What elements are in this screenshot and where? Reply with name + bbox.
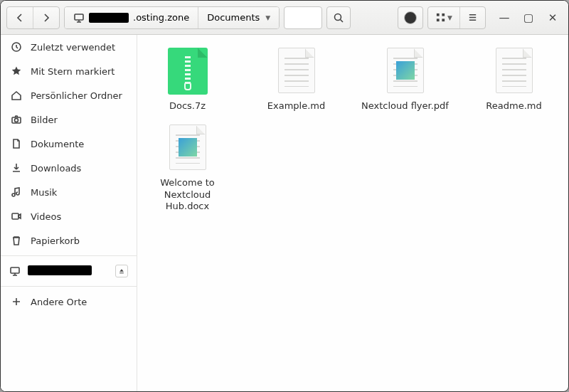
video-icon [11, 211, 22, 222]
trash-icon [11, 235, 22, 246]
file-item[interactable]: Welcome to Nextcloud Hub.docx [143, 125, 232, 212]
star-icon [11, 65, 22, 77]
sidebar-item-label: Papierkorb [31, 235, 80, 246]
minimize-button[interactable]: — [499, 11, 510, 24]
grid-icon [435, 12, 446, 23]
network-drive-icon [9, 265, 21, 277]
record-indicator[interactable] [398, 6, 423, 29]
maximize-button[interactable]: ▢ [523, 11, 534, 24]
redacted-host-prefix [89, 13, 129, 23]
sidebar-item-label: Downloads [31, 163, 81, 174]
sidebar-item-documents[interactable]: Dokumente [1, 132, 137, 156]
forward-button[interactable] [33, 7, 59, 28]
search-input[interactable] [284, 6, 322, 29]
sidebar-item-label: Andere Orte [31, 297, 87, 307]
view-switcher: ▼ [427, 6, 486, 29]
sidebar-mounted-drive[interactable] [1, 259, 137, 283]
back-button[interactable] [7, 7, 33, 28]
sidebar-other-locations[interactable]: Andere Orte [1, 290, 137, 314]
chevron-down-icon: ▼ [265, 14, 270, 21]
path-host-suffix: .osting.zone [133, 12, 189, 23]
pdf-file-icon [383, 48, 427, 96]
download-icon [11, 162, 22, 174]
file-name: Readme.md [486, 100, 541, 112]
sidebar-separator [1, 286, 137, 287]
sidebar-item-pictures[interactable]: Bilder [1, 107, 137, 132]
path-bar: .osting.zone Documents ▼ [64, 6, 280, 29]
sidebar-item-starred[interactable]: Mit Stern markiert [1, 59, 137, 83]
chevron-down-icon: ▼ [447, 14, 452, 21]
sidebar-separator [1, 255, 137, 256]
sidebar-item-videos[interactable]: Videos [1, 204, 137, 228]
sidebar-item-label: Mit Stern markiert [31, 66, 115, 77]
svg-rect-3 [442, 14, 445, 16]
file-name: Docs.7z [169, 100, 206, 112]
sidebar-item-recent[interactable]: Zuletzt verwendet [1, 35, 137, 59]
sidebar-item-label: Videos [31, 211, 61, 222]
document-icon [11, 138, 22, 149]
sidebar-item-label: Zuletzt verwendet [31, 42, 115, 53]
sidebar-item-label: Musik [31, 187, 57, 198]
sidebar-item-label: Bilder [31, 115, 58, 125]
record-icon [404, 11, 417, 24]
eject-button[interactable] [115, 265, 128, 277]
clock-icon [11, 41, 22, 53]
music-icon [11, 186, 22, 198]
path-folder[interactable]: Documents ▼ [198, 7, 279, 28]
document-file-icon [166, 125, 210, 173]
svg-rect-2 [437, 14, 440, 16]
file-manager-window: .osting.zone Documents ▼ ▼ — [0, 0, 569, 392]
svg-rect-10 [11, 267, 19, 273]
file-item[interactable]: Example.md [252, 48, 341, 112]
camera-icon [11, 114, 22, 125]
redacted-mount-label [28, 265, 92, 275]
svg-rect-9 [12, 213, 18, 219]
sidebar-item-downloads[interactable]: Downloads [1, 156, 137, 180]
file-item[interactable]: Docs.7z [143, 48, 232, 112]
svg-rect-5 [442, 18, 445, 21]
file-name: Welcome to Nextcloud Hub.docx [143, 177, 232, 212]
nav-buttons [6, 6, 60, 29]
svg-point-1 [335, 14, 341, 20]
titlebar: .osting.zone Documents ▼ ▼ — [1, 1, 568, 35]
close-button[interactable]: ✕ [547, 11, 558, 24]
search-icon [333, 12, 344, 23]
text-file-icon [492, 48, 536, 96]
sidebar-item-trash[interactable]: Papierkorb [1, 228, 137, 253]
svg-rect-4 [437, 18, 440, 21]
file-grid: Docs.7z Example.md Nextcloud flyer.pdf R… [137, 35, 568, 391]
window-controls: — ▢ ✕ [496, 11, 563, 24]
list-icon [467, 12, 478, 23]
text-file-icon [275, 48, 319, 96]
archive-icon [166, 48, 210, 96]
plus-icon [11, 296, 22, 307]
sidebar-item-home[interactable]: Persönlicher Ordner [1, 83, 137, 107]
sidebar-item-music[interactable]: Musik [1, 180, 137, 204]
chevron-right-icon [41, 12, 52, 23]
file-name: Example.md [267, 100, 325, 112]
network-drive-icon [73, 12, 85, 23]
file-item[interactable]: Nextcloud flyer.pdf [361, 48, 450, 112]
file-item[interactable]: Readme.md [469, 48, 558, 112]
path-host[interactable]: .osting.zone [65, 7, 198, 28]
path-folder-label: Documents [207, 12, 260, 23]
icon-view-button[interactable]: ▼ [428, 7, 460, 28]
chevron-left-icon [14, 12, 26, 23]
svg-point-8 [15, 119, 18, 122]
file-name: Nextcloud flyer.pdf [361, 100, 449, 112]
svg-rect-0 [75, 14, 83, 20]
search-button[interactable] [326, 6, 351, 29]
sidebar: Zuletzt verwendet Mit Stern markiert Per… [1, 35, 137, 391]
body: Zuletzt verwendet Mit Stern markiert Per… [1, 35, 568, 391]
home-icon [11, 90, 22, 101]
sidebar-item-label: Dokumente [31, 139, 84, 149]
eject-icon [118, 267, 125, 275]
list-view-button[interactable] [460, 7, 485, 28]
sidebar-item-label: Persönlicher Ordner [31, 90, 122, 101]
